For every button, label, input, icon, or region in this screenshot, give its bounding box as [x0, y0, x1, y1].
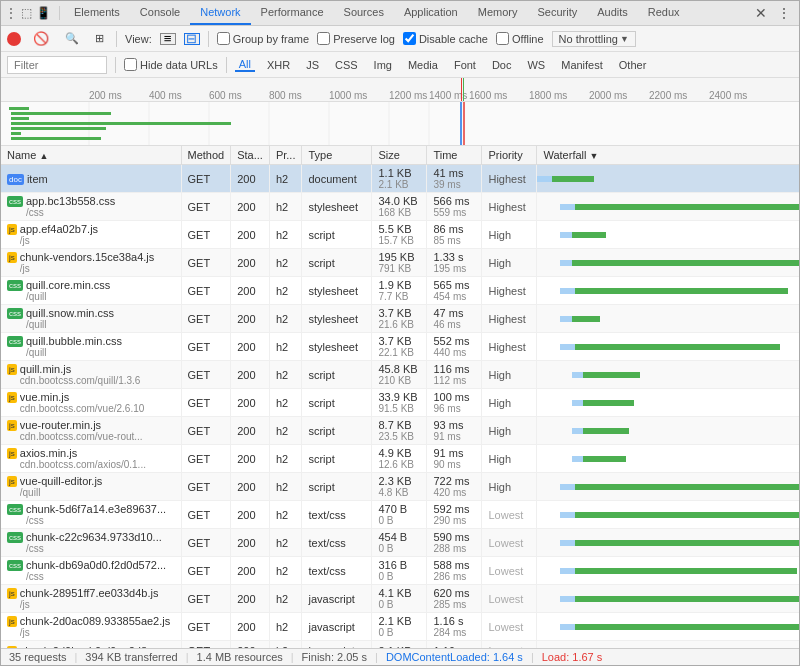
- cell-priority: Lowest: [482, 585, 537, 613]
- cell-method: GET: [181, 361, 231, 389]
- table-row[interactable]: js vue-quill-editor.js /quill GET 200 h2…: [1, 473, 799, 501]
- record-button[interactable]: [7, 32, 21, 46]
- type-font[interactable]: Font: [450, 59, 480, 71]
- cell-waterfall: [537, 221, 799, 249]
- filter-input[interactable]: [7, 56, 107, 74]
- tab-console[interactable]: Console: [130, 1, 190, 25]
- cell-name: doc item: [1, 165, 181, 193]
- tab-audits[interactable]: Audits: [587, 1, 638, 25]
- overview-bar[interactable]: [1, 102, 799, 146]
- table-row[interactable]: js chunk-28951ff7.ee033d4b.js /js GET 20…: [1, 585, 799, 613]
- col-method[interactable]: Method: [181, 146, 231, 165]
- network-toolbar-1: 🚫 🔍 ⊞ View: ≡ ⊟ Group by frame Preserve …: [1, 26, 799, 52]
- cell-size: 4.9 KB 12.6 KB: [372, 445, 427, 473]
- col-priority[interactable]: Priority: [482, 146, 537, 165]
- type-all[interactable]: All: [235, 58, 255, 72]
- view-detail-button[interactable]: ⊟: [184, 33, 200, 45]
- group-by-frame-label[interactable]: Group by frame: [217, 32, 309, 45]
- tab-memory[interactable]: Memory: [468, 1, 528, 25]
- tab-network[interactable]: Network: [190, 1, 250, 25]
- cell-name: css chunk-db69a0d0.f2d0d572... /css: [1, 557, 181, 585]
- cell-time: 588 ms 286 ms: [427, 557, 482, 585]
- search-button[interactable]: 🔍: [61, 30, 83, 47]
- clear-button[interactable]: 🚫: [29, 29, 53, 48]
- disable-cache-label[interactable]: Disable cache: [403, 32, 488, 45]
- col-status[interactable]: Sta...: [231, 146, 270, 165]
- offline-checkbox[interactable]: [496, 32, 509, 45]
- cell-type: javascript: [302, 613, 372, 641]
- tab-elements[interactable]: Elements: [64, 1, 130, 25]
- cell-method: GET: [181, 613, 231, 641]
- cell-size: 5.5 KB 15.7 KB: [372, 221, 427, 249]
- preserve-log-checkbox[interactable]: [317, 32, 330, 45]
- table-container[interactable]: Name ▲ Method Sta... Pr... Type Size Tim…: [1, 146, 799, 648]
- load-event: Load: 1.67 s: [542, 651, 603, 663]
- type-css[interactable]: CSS: [331, 59, 362, 71]
- type-other[interactable]: Other: [615, 59, 651, 71]
- preserve-log-label[interactable]: Preserve log: [317, 32, 395, 45]
- cell-type: stylesheet: [302, 333, 372, 361]
- table-row[interactable]: css quill.core.min.css /quill GET 200 h2…: [1, 277, 799, 305]
- table-row[interactable]: css quill.bubble.min.css /quill GET 200 …: [1, 333, 799, 361]
- hide-data-urls-label[interactable]: Hide data URLs: [124, 58, 218, 71]
- close-devtools-icon[interactable]: ✕: [749, 5, 773, 21]
- table-row[interactable]: js chunk-vendors.15ce38a4.js /js GET 200…: [1, 249, 799, 277]
- table-row[interactable]: doc item GET 200 h2 document 1.1 KB 2.1 …: [1, 165, 799, 193]
- table-row[interactable]: js vue.min.js cdn.bootcss.com/vue/2.6.10…: [1, 389, 799, 417]
- settings-icon[interactable]: ⋮: [773, 5, 795, 21]
- table-row[interactable]: js vue-router.min.js cdn.bootcss.com/vue…: [1, 417, 799, 445]
- tab-redux[interactable]: Redux: [638, 1, 690, 25]
- tab-security[interactable]: Security: [527, 1, 587, 25]
- offline-label[interactable]: Offline: [496, 32, 544, 45]
- group-by-frame-checkbox[interactable]: [217, 32, 230, 45]
- table-row[interactable]: css chunk-db69a0d0.f2d0d572... /css GET …: [1, 557, 799, 585]
- cell-protocol: h2: [269, 333, 302, 361]
- tab-application[interactable]: Application: [394, 1, 468, 25]
- table-row[interactable]: js axios.min.js cdn.bootcss.com/axios/0.…: [1, 445, 799, 473]
- table-row[interactable]: js quill.min.js cdn.bootcss.com/quill/1.…: [1, 361, 799, 389]
- type-media[interactable]: Media: [404, 59, 442, 71]
- cell-protocol: h2: [269, 193, 302, 221]
- cell-priority: High: [482, 389, 537, 417]
- cell-waterfall: [537, 361, 799, 389]
- throttling-dropdown[interactable]: No throttling ▼: [552, 31, 636, 47]
- col-time[interactable]: Time: [427, 146, 482, 165]
- type-ws[interactable]: WS: [523, 59, 549, 71]
- disable-cache-checkbox[interactable]: [403, 32, 416, 45]
- cell-priority: Highest: [482, 277, 537, 305]
- col-size[interactable]: Size: [372, 146, 427, 165]
- devtools-menu-icon[interactable]: ⋮: [5, 6, 17, 20]
- table-row[interactable]: js chunk-2d0ac089.933855ae2.js /js GET 2…: [1, 613, 799, 641]
- cell-name: js chunk-vendors.15ce38a4.js /js: [1, 249, 181, 277]
- cell-waterfall: [537, 417, 799, 445]
- filter-button[interactable]: ⊞: [91, 30, 108, 47]
- cell-type: script: [302, 361, 372, 389]
- type-js[interactable]: JS: [302, 59, 323, 71]
- col-waterfall[interactable]: Waterfall ▼: [537, 146, 799, 165]
- hide-data-urls-checkbox[interactable]: [124, 58, 137, 71]
- tab-sources[interactable]: Sources: [334, 1, 394, 25]
- table-row[interactable]: css chunk-5d6f7a14.e3e89637... /css GET …: [1, 501, 799, 529]
- type-doc[interactable]: Doc: [488, 59, 516, 71]
- tab-performance[interactable]: Performance: [251, 1, 334, 25]
- type-manifest[interactable]: Manifest: [557, 59, 607, 71]
- inspect-icon[interactable]: ⬚: [21, 6, 32, 20]
- table-row[interactable]: js chunk-2d0bceb0.d9aa2d8... GET 200 h2 …: [1, 641, 799, 649]
- col-name[interactable]: Name ▲: [1, 146, 181, 165]
- cell-status: 200: [231, 305, 270, 333]
- device-icon[interactable]: 📱: [36, 6, 51, 20]
- table-row[interactable]: css quill.snow.min.css /quill GET 200 h2…: [1, 305, 799, 333]
- view-list-button[interactable]: ≡: [160, 33, 176, 45]
- cell-status: 200: [231, 473, 270, 501]
- network-toolbar-2: Hide data URLs All XHR JS CSS Img Media …: [1, 52, 799, 78]
- type-img[interactable]: Img: [370, 59, 396, 71]
- cell-name: css app.bc13b558.css /css: [1, 193, 181, 221]
- type-xhr[interactable]: XHR: [263, 59, 294, 71]
- cell-name: js chunk-28951ff7.ee033d4b.js /js: [1, 585, 181, 613]
- cell-waterfall: [537, 641, 799, 649]
- table-row[interactable]: css app.bc13b558.css /css GET 200 h2 sty…: [1, 193, 799, 221]
- col-protocol[interactable]: Pr...: [269, 146, 302, 165]
- table-row[interactable]: js app.ef4a02b7.js /js GET 200 h2 script…: [1, 221, 799, 249]
- table-row[interactable]: css chunk-c22c9634.9733d10... /css GET 2…: [1, 529, 799, 557]
- col-type[interactable]: Type: [302, 146, 372, 165]
